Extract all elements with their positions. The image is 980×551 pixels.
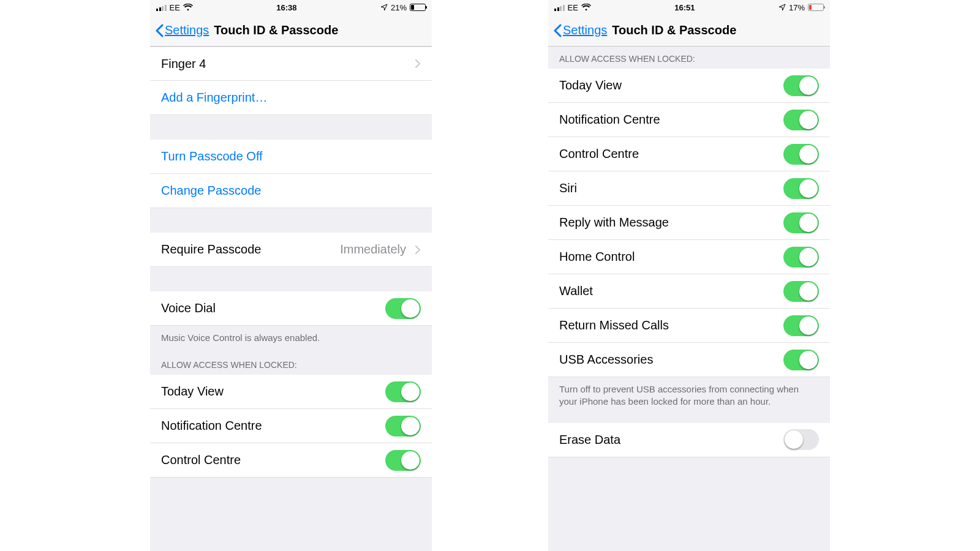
back-label: Settings <box>165 23 209 37</box>
status-bar: EE 16:38 21% <box>150 0 432 15</box>
return-missed-calls-row: Return Missed Calls <box>548 309 830 343</box>
usb-footer: Turn off to prevent USB accessories from… <box>548 377 830 412</box>
battery-icon <box>410 4 426 11</box>
control-centre-row: Control Centre <box>548 137 830 171</box>
require-passcode-row[interactable]: Require Passcode Immediately <box>150 233 432 267</box>
page-title: Touch ID & Passcode <box>214 23 338 37</box>
return-missed-calls-toggle[interactable] <box>783 315 819 336</box>
allow-access-header: ALLOW ACCESS WHEN LOCKED: <box>150 348 432 375</box>
control-centre-toggle[interactable] <box>783 144 819 165</box>
today-view-row: Today View <box>548 69 830 103</box>
back-button[interactable]: Settings <box>553 23 607 37</box>
voice-dial-toggle[interactable] <box>385 298 421 319</box>
siri-row: Siri <box>548 171 830 206</box>
reply-with-message-toggle[interactable] <box>783 212 819 233</box>
reply-with-message-row: Reply with Message <box>548 206 830 240</box>
today-view-toggle[interactable] <box>385 381 421 402</box>
status-time: 16:51 <box>674 3 695 12</box>
erase-data-row: Erase Data <box>548 423 830 457</box>
usb-accessories-toggle[interactable] <box>783 350 819 370</box>
wallet-toggle[interactable] <box>783 281 819 302</box>
erase-data-toggle[interactable] <box>783 429 819 450</box>
chevron-right-icon <box>415 59 421 69</box>
change-passcode-button[interactable]: Change Passcode <box>150 174 432 208</box>
voice-dial-row: Voice Dial <box>150 291 432 326</box>
control-centre-row: Control Centre <box>150 443 432 478</box>
add-fingerprint-button[interactable]: Add a Fingerprint… <box>150 81 432 115</box>
home-control-toggle[interactable] <box>783 247 819 268</box>
chevron-left-icon <box>155 24 164 37</box>
settings-list[interactable]: ALLOW ACCESS WHEN LOCKED: Today View Not… <box>548 47 830 551</box>
nav-bar: Settings Touch ID & Passcode <box>150 15 432 47</box>
fingerprint-label: Finger 4 <box>161 57 206 71</box>
settings-list[interactable]: Finger 4 Add a Fingerprint… Turn Passcod… <box>150 47 432 551</box>
control-centre-toggle[interactable] <box>385 450 421 471</box>
voice-dial-footer: Music Voice Control is always enabled. <box>150 326 432 348</box>
phone-right: EE 16:51 17% Settings Touch ID & Passcod… <box>548 0 830 551</box>
notification-centre-row: Notification Centre <box>150 409 432 443</box>
back-label: Settings <box>563 23 607 37</box>
chevron-right-icon <box>415 245 421 255</box>
today-view-toggle[interactable] <box>783 75 819 96</box>
location-icon <box>778 4 786 11</box>
signal-icon <box>554 4 565 11</box>
page-title: Touch ID & Passcode <box>612 23 736 37</box>
carrier-label: EE <box>568 3 578 12</box>
today-view-row: Today View <box>150 375 432 409</box>
notification-centre-row: Notification Centre <box>548 103 830 137</box>
group-gap <box>150 115 432 140</box>
location-icon <box>380 4 388 11</box>
group-gap <box>150 267 432 291</box>
carrier-label: EE <box>170 3 180 12</box>
notification-centre-toggle[interactable] <box>385 416 421 437</box>
back-button[interactable]: Settings <box>155 23 209 37</box>
status-bar: EE 16:51 17% <box>548 0 830 15</box>
group-gap <box>150 208 432 233</box>
wifi-icon <box>581 4 591 11</box>
chevron-left-icon <box>553 24 562 37</box>
phone-left: EE 16:38 21% Settings Touch ID & Passcod… <box>150 0 432 551</box>
allow-access-header: ALLOW ACCESS WHEN LOCKED: <box>548 47 830 69</box>
wallet-row: Wallet <box>548 274 830 309</box>
require-passcode-value: Immediately <box>340 242 410 257</box>
siri-toggle[interactable] <box>783 178 819 199</box>
signal-icon <box>156 4 167 11</box>
battery-text: 21% <box>391 3 407 12</box>
nav-bar: Settings Touch ID & Passcode <box>548 15 830 47</box>
status-time: 16:38 <box>276 3 296 12</box>
notification-centre-toggle[interactable] <box>783 110 819 130</box>
group-gap <box>548 412 830 423</box>
battery-icon <box>808 4 824 11</box>
wifi-icon <box>183 4 193 11</box>
usb-accessories-row: USB Accessories <box>548 343 830 377</box>
home-control-row: Home Control <box>548 240 830 274</box>
fingerprint-row[interactable]: Finger 4 <box>150 47 432 81</box>
battery-text: 17% <box>789 3 805 12</box>
turn-passcode-off-button[interactable]: Turn Passcode Off <box>150 140 432 174</box>
